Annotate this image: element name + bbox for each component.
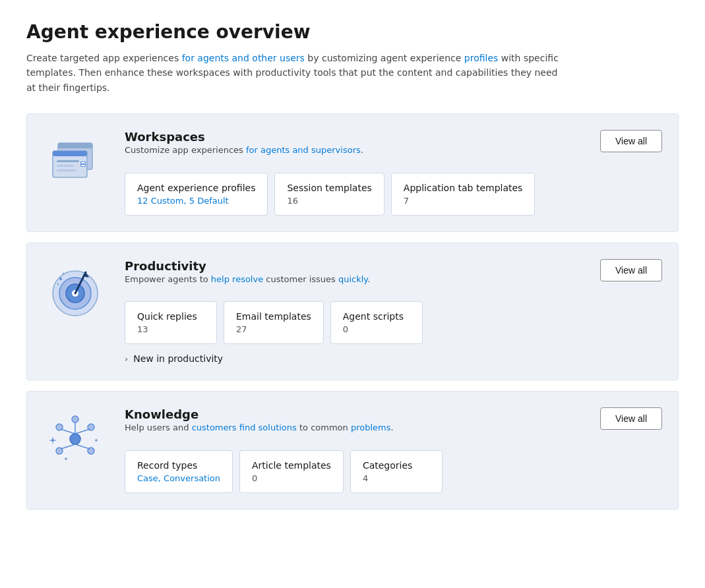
agent-profiles-card-value: 12 Custom, 5 Default bbox=[137, 196, 255, 206]
agent-scripts-card-value: 0 bbox=[343, 324, 410, 334]
email-templates-card-value: 27 bbox=[236, 324, 311, 334]
page-subtitle: Create targeted app experiences for agen… bbox=[26, 51, 567, 95]
record-types-card-value: Case, Conversation bbox=[137, 473, 220, 483]
page-title: Agent experience overview bbox=[26, 21, 679, 43]
agent-scripts-card-title: Agent scripts bbox=[343, 311, 410, 322]
workspaces-desc-link: for agents and supervisors bbox=[246, 145, 361, 155]
knowledge-title-block: Knowledge Help users and customers find … bbox=[125, 407, 394, 446]
svg-line-26 bbox=[75, 429, 90, 434]
svg-rect-8 bbox=[81, 162, 85, 163]
productivity-desc-link2: quickly bbox=[338, 274, 367, 284]
productivity-desc-link1: help resolve bbox=[211, 274, 263, 284]
productivity-icon bbox=[43, 259, 109, 318]
svg-rect-9 bbox=[81, 165, 85, 166]
productivity-cards-row: Quick replies 13 Email templates 27 Agen… bbox=[125, 301, 662, 344]
new-in-productivity-row[interactable]: › New in productivity bbox=[125, 353, 662, 364]
svg-rect-4 bbox=[57, 160, 79, 162]
knowledge-section: Knowledge Help users and customers find … bbox=[26, 391, 679, 510]
knowledge-cards-row: Record types Case, Conversation Article … bbox=[125, 450, 662, 493]
agent-profiles-card[interactable]: Agent experience profiles 12 Custom, 5 D… bbox=[125, 173, 268, 216]
workspaces-title-block: Workspaces Customize app experiences for… bbox=[125, 130, 363, 169]
svg-point-19 bbox=[70, 434, 80, 444]
svg-line-28 bbox=[75, 444, 90, 449]
knowledge-icon bbox=[43, 407, 109, 467]
app-tab-templates-card-title: Application tab templates bbox=[404, 183, 523, 193]
categories-card-title: Categories bbox=[363, 460, 430, 471]
svg-point-18 bbox=[63, 272, 65, 274]
record-types-card-title: Record types bbox=[137, 460, 220, 471]
chevron-right-icon: › bbox=[125, 354, 128, 364]
quick-replies-card-value: 13 bbox=[137, 324, 204, 334]
quick-replies-card[interactable]: Quick replies 13 bbox=[125, 301, 217, 344]
workspaces-desc: Customize app experiences for agents and… bbox=[125, 144, 363, 157]
new-in-productivity-label: New in productivity bbox=[133, 353, 223, 364]
workspaces-view-all-button[interactable]: View all bbox=[600, 130, 662, 152]
page-container: Agent experience overview Create targete… bbox=[0, 0, 705, 588]
svg-rect-5 bbox=[57, 165, 74, 167]
productivity-title: Productivity bbox=[125, 259, 370, 273]
email-templates-card[interactable]: Email templates 27 bbox=[224, 301, 324, 344]
svg-rect-3 bbox=[53, 151, 87, 156]
svg-point-16 bbox=[59, 278, 62, 280]
knowledge-desc-link1: customers find solutions bbox=[192, 423, 297, 432]
quick-replies-card-title: Quick replies bbox=[137, 311, 204, 322]
svg-point-17 bbox=[57, 283, 59, 285]
productivity-view-all-button[interactable]: View all bbox=[600, 259, 662, 281]
workspaces-body: Workspaces Customize app experiences for… bbox=[125, 130, 662, 216]
app-tab-templates-card[interactable]: Application tab templates 7 bbox=[391, 173, 536, 216]
agent-profiles-card-title: Agent experience profiles bbox=[137, 183, 255, 193]
knowledge-header: Knowledge Help users and customers find … bbox=[125, 407, 662, 446]
session-templates-card[interactable]: Session templates 16 bbox=[274, 173, 384, 216]
svg-point-24 bbox=[72, 416, 78, 423]
app-tab-templates-card-value: 7 bbox=[404, 196, 523, 206]
svg-rect-1 bbox=[58, 143, 92, 148]
svg-line-25 bbox=[61, 429, 75, 434]
workspaces-icon bbox=[43, 130, 109, 189]
svg-point-33 bbox=[95, 439, 98, 442]
workspaces-title: Workspaces bbox=[125, 130, 363, 144]
workspaces-cards-row: Agent experience profiles 12 Custom, 5 D… bbox=[125, 173, 662, 216]
productivity-header: Productivity Empower agents to help reso… bbox=[125, 259, 662, 298]
knowledge-title: Knowledge bbox=[125, 407, 394, 421]
svg-line-27 bbox=[61, 444, 75, 449]
knowledge-body: Knowledge Help users and customers find … bbox=[125, 407, 662, 493]
productivity-desc: Empower agents to help resolve customer … bbox=[125, 273, 370, 286]
productivity-body: Productivity Empower agents to help reso… bbox=[125, 259, 662, 365]
email-templates-card-title: Email templates bbox=[236, 311, 311, 322]
knowledge-desc-link2: problems bbox=[351, 423, 391, 432]
subtitle-link-agents[interactable]: for agents and other users bbox=[182, 53, 305, 63]
workspaces-header: Workspaces Customize app experiences for… bbox=[125, 130, 662, 169]
article-templates-card[interactable]: Article templates 0 bbox=[239, 450, 344, 493]
article-templates-card-value: 0 bbox=[252, 473, 331, 483]
knowledge-desc: Help users and customers find solutions … bbox=[125, 421, 394, 434]
workspaces-section: Workspaces Customize app experiences for… bbox=[26, 113, 679, 232]
session-templates-card-value: 16 bbox=[287, 196, 371, 206]
categories-card-value: 4 bbox=[363, 473, 430, 483]
record-types-card[interactable]: Record types Case, Conversation bbox=[125, 450, 233, 493]
article-templates-card-title: Article templates bbox=[252, 460, 331, 471]
agent-scripts-card[interactable]: Agent scripts 0 bbox=[330, 301, 423, 344]
categories-card[interactable]: Categories 4 bbox=[350, 450, 443, 493]
knowledge-view-all-button[interactable]: View all bbox=[600, 407, 662, 430]
svg-rect-6 bbox=[57, 169, 77, 171]
subtitle-link-profiles[interactable]: profiles bbox=[464, 53, 499, 63]
session-templates-card-title: Session templates bbox=[287, 183, 371, 193]
productivity-title-block: Productivity Empower agents to help reso… bbox=[125, 259, 370, 298]
productivity-section: Productivity Empower agents to help reso… bbox=[26, 243, 679, 381]
svg-point-34 bbox=[65, 457, 67, 460]
